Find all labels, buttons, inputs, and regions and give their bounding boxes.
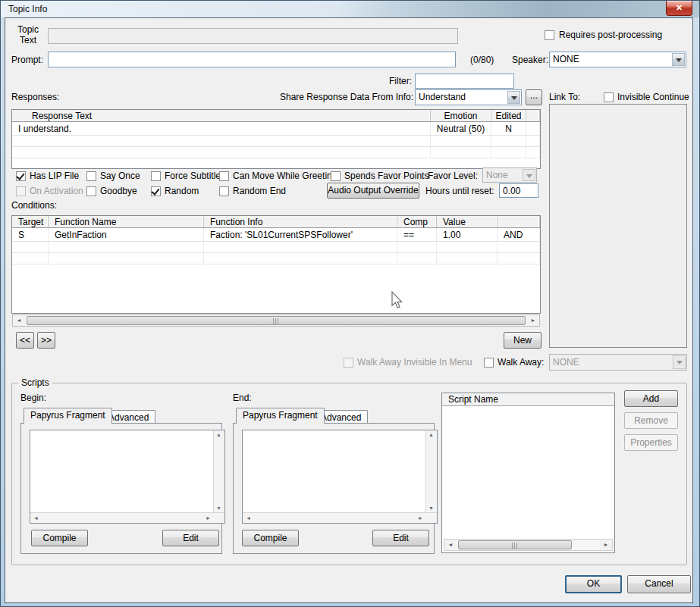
response-row[interactable]: I understand. Neutral (50) N: [12, 122, 540, 136]
force-subtitle-label: Force Subtitle: [165, 171, 221, 181]
on-activation-checkbox: [16, 186, 26, 196]
begin-fragment-editor[interactable]: [30, 430, 225, 524]
walk-away-select: NONE: [549, 354, 687, 371]
tab-papyrus-fragment-begin[interactable]: Papyrus Fragment: [24, 408, 112, 424]
audio-output-override-button[interactable]: Audio Output Override: [327, 183, 419, 199]
prompt-input[interactable]: [48, 52, 456, 67]
force-subtitle-checkbox[interactable]: [151, 171, 161, 181]
cancel-button[interactable]: Cancel: [627, 575, 691, 593]
chevron-down-icon[interactable]: [507, 91, 520, 104]
mouse-cursor-icon: [390, 291, 403, 309]
filter-label: Filter:: [389, 76, 412, 86]
responses-label: Responses:: [11, 92, 59, 102]
scroll-left-icon[interactable]: [13, 315, 25, 326]
goodbye-checkbox[interactable]: [86, 186, 96, 196]
window-title: Topic Info: [8, 4, 47, 14]
has-lip-file-checkbox[interactable]: [16, 171, 26, 181]
invisible-continue-label: Invisible Continue: [617, 92, 689, 102]
scroll-right-icon[interactable]: [600, 540, 612, 550]
add-script-button[interactable]: Add: [624, 390, 678, 407]
title-bar[interactable]: Topic Info ✕: [1, 1, 699, 17]
walk-away-checkbox[interactable]: [484, 358, 494, 368]
condition-row-empty: [12, 253, 540, 264]
say-once-checkbox[interactable]: [86, 171, 96, 181]
chevron-down-icon[interactable]: [672, 53, 685, 66]
random-checkbox[interactable]: [151, 186, 161, 196]
link-to-label: Link To:: [549, 92, 580, 102]
chevron-down-icon: [673, 355, 686, 369]
can-move-while-greeting-label: Can Move While Greeting: [233, 171, 337, 181]
spends-favor-points-label: Spends Favor Points: [344, 171, 428, 181]
share-response-more-button[interactable]: ...: [526, 89, 542, 105]
prompt-counter: (0/80): [470, 55, 494, 65]
hours-until-reset-label: Hours until reset:: [425, 186, 494, 196]
random-end-checkbox[interactable]: [219, 186, 229, 196]
properties-script-button: Properties: [624, 434, 678, 451]
goodbye-label: Goodbye: [100, 186, 137, 196]
spends-favor-points-checkbox[interactable]: [331, 171, 341, 181]
conditions-hscrollbar[interactable]: [12, 314, 540, 327]
requires-post-processing-checkbox[interactable]: [545, 30, 554, 40]
walk-away-invisible-checkbox: [344, 358, 353, 368]
conditions-label: Conditions:: [11, 200, 57, 211]
speaker-label: Speaker:: [512, 55, 548, 65]
share-response-label: Share Response Data From Info:: [280, 92, 413, 102]
script-name-list[interactable]: Script Name: [441, 393, 615, 553]
scripts-group-label: Scripts: [18, 377, 52, 388]
end-edit-button[interactable]: Edit: [372, 530, 429, 546]
random-label: Random: [165, 186, 199, 196]
begin-edit-button[interactable]: Edit: [162, 530, 219, 546]
share-response-select[interactable]: Understand: [415, 89, 522, 105]
hscrollbar[interactable]: [30, 512, 224, 523]
scroll-left-icon[interactable]: [444, 540, 457, 550]
topic-text-label: Topic Text: [13, 24, 43, 45]
vscrollbar[interactable]: [425, 430, 437, 512]
conditions-table-header[interactable]: Target Function Name Function Info Comp …: [12, 216, 540, 228]
condition-row[interactable]: S GetInFaction Faction: 'SL01CurrentSPSF…: [12, 228, 540, 242]
scroll-right-icon[interactable]: [527, 315, 539, 326]
response-row-empty: [12, 147, 540, 158]
on-activation-label: On Activation: [30, 186, 83, 196]
walk-away-label: Walk Away:: [498, 357, 544, 368]
prev-info-button[interactable]: <<: [16, 332, 34, 349]
topic-info-window: Topic Info ✕ Topic Text Requires post-pr…: [0, 0, 700, 607]
end-fragment-editor[interactable]: [242, 430, 438, 524]
chevron-down-icon: [523, 169, 535, 181]
remove-script-button: Remove: [624, 412, 678, 429]
response-row-empty: [12, 136, 540, 147]
close-icon: ✕: [676, 3, 683, 12]
tab-papyrus-fragment-end[interactable]: Papyrus Fragment: [236, 408, 325, 424]
responses-table[interactable]: Response Text Emotion Edited I understan…: [11, 109, 541, 169]
topic-text-field[interactable]: [48, 28, 458, 44]
begin-compile-button[interactable]: Compile: [31, 530, 88, 546]
link-to-list[interactable]: [549, 104, 687, 348]
speaker-select[interactable]: NONE: [549, 52, 686, 67]
end-label: End:: [233, 393, 252, 403]
responses-table-header[interactable]: Response Text Emotion Edited: [12, 110, 540, 122]
script-name-header[interactable]: Script Name: [442, 393, 614, 406]
filter-input[interactable]: [415, 74, 514, 89]
requires-post-processing-label: Requires post-processing: [559, 30, 662, 40]
walk-away-invisible-label: Walk Away Invisible In Menu: [357, 357, 472, 368]
hours-until-reset-input[interactable]: 0.00: [499, 183, 538, 198]
scrollbar-thumb[interactable]: [458, 540, 572, 549]
scrollbar-thumb[interactable]: [27, 316, 526, 325]
vscrollbar[interactable]: [213, 430, 224, 512]
script-list-hscrollbar[interactable]: [444, 539, 613, 551]
prompt-label: Prompt:: [11, 55, 43, 65]
end-compile-button[interactable]: Compile: [242, 530, 299, 546]
begin-label: Begin:: [20, 393, 46, 403]
conditions-table[interactable]: Target Function Name Function Info Comp …: [11, 215, 541, 314]
say-once-label: Say Once: [100, 171, 140, 181]
favor-level-select: None: [482, 167, 537, 183]
can-move-while-greeting-checkbox[interactable]: [219, 171, 229, 181]
close-button[interactable]: ✕: [666, 1, 692, 16]
condition-row-empty: [12, 242, 540, 253]
ok-button[interactable]: OK: [565, 575, 622, 593]
hscrollbar[interactable]: [243, 512, 437, 523]
invisible-continue-checkbox[interactable]: [604, 92, 614, 102]
random-end-label: Random End: [233, 186, 286, 196]
next-info-button[interactable]: >>: [37, 332, 55, 349]
has-lip-file-label: Has LIP File: [30, 171, 79, 181]
new-condition-button[interactable]: New: [504, 332, 541, 349]
